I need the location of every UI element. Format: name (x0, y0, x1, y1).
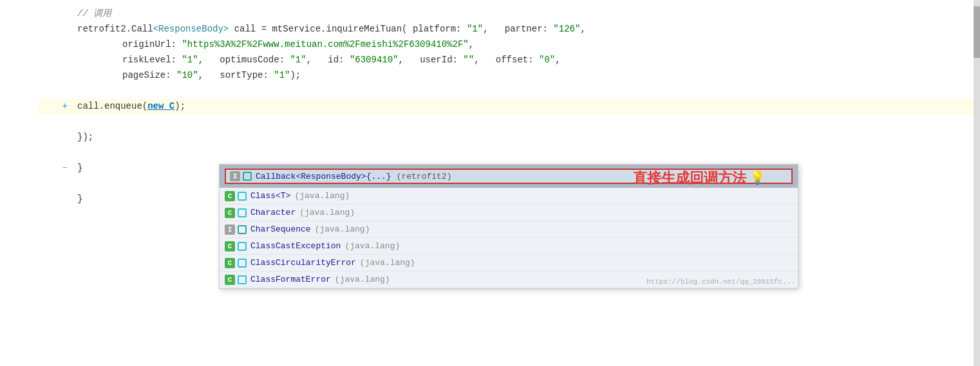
type-badge-c: C (225, 275, 235, 285)
code-text: , userId: (399, 53, 464, 68)
ac-item-name: ClassCastException (250, 241, 341, 251)
code-line-risklevel: riskLevel: ″1″, optimusCode: ″1″, id: ″6… (39, 53, 980, 68)
scrollbar-thumb[interactable] (974, 6, 980, 58)
code-text: ″1″ (274, 68, 290, 84)
code-line-empty3 (39, 145, 980, 161)
ac-item-package: (java.lang) (294, 191, 350, 201)
code-text: ″1″ (290, 53, 306, 68)
code-text: ); (174, 99, 185, 114)
ac-item-name: ClassFormatError (250, 275, 331, 284)
class-icon (238, 259, 247, 268)
code-text: call.enqueue( (77, 99, 147, 114)
ac-item-package: (java.lang) (299, 208, 355, 217)
ac-item-name: ClassCircularityError (250, 258, 356, 268)
class-icon (238, 208, 247, 217)
ac-selected-name: Callback<ResponseBody>{...} (256, 172, 391, 181)
bulb-icon: 💡 (749, 170, 766, 186)
code-line-enqueue: + call.enqueue(new C); (39, 99, 980, 114)
autocomplete-dropdown[interactable]: I Callback<ResponseBody>{...} (retrofit2… (219, 164, 798, 289)
gutter-add-icon: + (39, 99, 74, 114)
code-text: , (469, 37, 474, 53)
code-line-empty1 (39, 84, 980, 99)
type-badge-i: I (225, 224, 235, 235)
code-text: pageSize: (122, 68, 176, 84)
code-text: ″1″ (467, 22, 483, 37)
code-text: call = mtService.inquireMeiTuan( platfor… (229, 22, 467, 37)
tip-box: 直接生成回调方法 💡 (633, 169, 746, 188)
code-text: , optimusCode: (198, 53, 290, 68)
type-badge-c: C (225, 241, 235, 252)
ac-item-package: (java.lang) (335, 275, 390, 284)
editor-area: // 调用 retrofit2.Call<ResponseBody> call … (0, 0, 980, 366)
ac-item-name: CharSequence (250, 224, 311, 234)
autocomplete-list: C Class<T> (java.lang) C Character (java… (220, 188, 798, 288)
type-badge-c: C (225, 191, 235, 201)
code-text: , (580, 22, 585, 37)
ac-item-name: Character (250, 208, 296, 217)
type-badge-c: C (225, 208, 235, 218)
ac-item-package: (java.lang) (360, 258, 415, 268)
autocomplete-selected-item[interactable]: I Callback<ResponseBody>{...} (retrofit2… (220, 165, 798, 188)
watermark: https://blog.csdn.net/qq_28615fc... (646, 278, 795, 286)
code-text: ); (290, 68, 301, 84)
code-text: riskLevel: (122, 53, 182, 68)
code-text: <ResponseBody> (153, 22, 229, 37)
code-text: , sortType: (198, 68, 274, 84)
code-text: , partner: (483, 22, 553, 37)
class-icon (238, 242, 247, 251)
code-text: ″1″ (182, 53, 198, 68)
scrollbar[interactable] (974, 0, 980, 366)
gutter-minus-icon: − (39, 161, 74, 176)
ac-item-classcastexception[interactable]: C ClassCastException (java.lang) (220, 238, 798, 255)
code-text: ″126″ (553, 22, 580, 37)
tip-text: 直接生成回调方法 (633, 170, 746, 186)
code-text: originUrl: (122, 37, 182, 53)
code-text-new: new C (147, 99, 174, 114)
ac-selected-source: (retrofit2) (397, 172, 452, 181)
ac-item-classcircularityerror[interactable]: C ClassCircularityError (java.lang) (220, 255, 798, 271)
code-text: }); (77, 130, 93, 145)
impl-icon (238, 225, 247, 234)
ac-item-package: (java.lang) (315, 224, 370, 234)
ac-item-package: (java.lang) (344, 241, 400, 251)
code-line-empty2 (39, 114, 980, 130)
ac-item-character[interactable]: C Character (java.lang) (220, 205, 798, 221)
code-text: , (555, 53, 560, 68)
code-text: ″6309410″ (350, 53, 399, 68)
code-text: } (77, 161, 82, 176)
code-text: ″0″ (539, 53, 555, 68)
code-line-originurl: originUrl: ″https%3A%2F%2Fwww.meituan.co… (39, 37, 980, 53)
code-text: ″″ (463, 53, 474, 68)
code-line-pagesize: pageSize: ″10″, sortType: ″1″); (39, 68, 980, 84)
code-text: , offset: (474, 53, 539, 68)
class-icon (238, 275, 247, 284)
code-text: } (77, 192, 82, 207)
ac-item-class-t[interactable]: C Class<T> (java.lang) (220, 188, 798, 205)
ac-item-charsequence[interactable]: I CharSequence (java.lang) (220, 221, 798, 238)
code-line-close1: }); (39, 130, 980, 145)
code-text: ″https%3A%2F%2Fwww.meituan.com%2Fmeishi%… (182, 37, 468, 53)
comment-text: // 调用 (77, 6, 111, 22)
type-badge-i: I (230, 171, 240, 181)
ac-item-name: Class<T> (250, 191, 290, 201)
code-text: ″10″ (176, 68, 198, 84)
code-line-call-decl: retrofit2.Call<ResponseBody> call = mtSe… (39, 22, 980, 37)
code-line-comment: // 调用 (39, 6, 980, 22)
code-text: , id: (306, 53, 350, 68)
class-icon (238, 192, 247, 201)
type-badge-c: C (225, 258, 235, 268)
impl-icon (243, 172, 252, 181)
code-text: retrofit2.Call (77, 22, 153, 37)
